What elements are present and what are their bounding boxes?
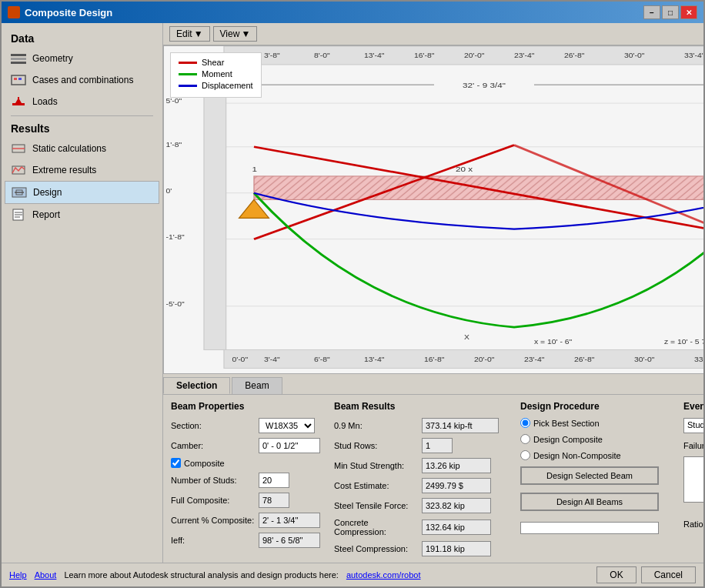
geometry-label: Geometry: [32, 53, 73, 64]
svg-rect-4: [14, 78, 17, 80]
steel-comp-input: [422, 541, 491, 556]
svg-marker-8: [15, 98, 22, 103]
steel-tensile-input: [422, 498, 491, 513]
design-all-beams-button[interactable]: Design All Beams: [520, 493, 659, 511]
stud-rows-input: [422, 438, 453, 453]
svg-rect-5: [18, 78, 22, 80]
composite-checkbox[interactable]: [171, 458, 181, 468]
ratio-label: Ratio:: [683, 520, 703, 529]
radio-composite-input[interactable]: [520, 434, 530, 444]
beam-results-title: Beam Results: [334, 401, 511, 412]
help-link[interactable]: Help: [9, 570, 27, 580]
displacement-label: Displacement: [202, 81, 253, 90]
svg-text:0': 0': [166, 187, 172, 195]
sidebar-item-loads[interactable]: Loads: [5, 91, 159, 112]
current-composite-label: Current % Composite:: [171, 516, 256, 525]
tab-beam[interactable]: Beam: [232, 377, 282, 394]
view-button[interactable]: View ▼: [213, 26, 258, 42]
stud-rows-label: Stud Rows:: [334, 441, 419, 450]
loads-icon: [11, 95, 26, 108]
svg-text:33'-4": 33'-4": [694, 356, 703, 363]
legend-shear: Shear: [179, 58, 253, 67]
mn-row: 0.9 Mn:: [334, 418, 511, 433]
status-bar: Help About Learn more about Autodesk str…: [2, 563, 703, 586]
tabs-bar: Selection Beam: [163, 374, 703, 395]
radio-pick-best-input[interactable]: [520, 418, 530, 428]
autodesk-link[interactable]: autodesk.com/robot: [346, 570, 421, 580]
svg-text:23'-4": 23'-4": [524, 356, 544, 363]
displacement-line: [179, 85, 197, 87]
ieff-row: Ieff:: [171, 533, 325, 548]
sidebar-item-extreme[interactable]: Extreme results: [5, 159, 159, 181]
failure-mode-title: Eventual Failure Mode:: [683, 401, 703, 412]
mn-input: [422, 418, 499, 433]
ieff-input: [259, 533, 320, 548]
design-procedure-group: Design Procedure Pick Best Section Desig…: [520, 401, 674, 556]
radio-noncomposite-label: Design Non-Composite: [533, 451, 621, 460]
mn-label: 0.9 Mn:: [334, 421, 419, 430]
geometry-icon: [11, 52, 26, 65]
svg-text:33'-4": 33'-4": [684, 52, 703, 59]
tab-selection[interactable]: Selection: [163, 377, 230, 394]
steel-comp-label: Steel Compression:: [334, 544, 419, 553]
section-select[interactable]: W18X35: [259, 418, 315, 433]
sidebar-item-static[interactable]: Static calculations: [5, 138, 159, 159]
diagram-area: Shear Moment Displacement: [163, 45, 703, 374]
sidebar-item-cases[interactable]: Cases and combinations: [5, 69, 159, 91]
cost-input: [422, 478, 491, 493]
section-label: Section:: [171, 421, 256, 430]
close-button[interactable]: ✕: [680, 5, 697, 19]
svg-text:X: X: [464, 333, 470, 341]
min-stud-input: [422, 458, 491, 473]
svg-text:16'-8": 16'-8": [414, 52, 434, 59]
sidebar-item-geometry[interactable]: Geometry: [5, 48, 159, 69]
steel-tensile-row: Steel Tensile Force:: [334, 498, 511, 513]
svg-text:23'-4": 23'-4": [514, 52, 534, 59]
cancel-button[interactable]: Cancel: [641, 566, 696, 583]
composite-row: Composite: [171, 458, 325, 468]
svg-text:1'-8": 1'-8": [166, 141, 182, 149]
edit-button[interactable]: Edit ▼: [169, 26, 210, 42]
window-title: Composite Design: [25, 7, 112, 18]
radio-noncomposite-input[interactable]: [520, 450, 530, 460]
beam-results-group: Beam Results 0.9 Mn: Stud Rows:: [334, 401, 511, 556]
composite-label: Composite: [184, 459, 225, 468]
bottom-section: Selection Beam Beam Properties Section:: [163, 374, 703, 563]
svg-text:6'-8": 6'-8": [314, 356, 330, 363]
extreme-label: Extreme results: [32, 165, 96, 175]
svg-text:3'-4": 3'-4": [264, 356, 280, 363]
svg-rect-0: [11, 54, 26, 56]
tab-selection-label: Selection: [176, 380, 217, 391]
camber-row: Camber:: [171, 438, 325, 453]
concrete-comp-label: Concrete Compression:: [334, 518, 419, 536]
maximize-button[interactable]: □: [662, 5, 679, 19]
shear-line: [179, 62, 197, 64]
svg-rect-30: [204, 65, 226, 350]
beam-props-title: Beam Properties: [171, 401, 325, 412]
legend-moment: Moment: [179, 69, 253, 79]
sidebar-item-design[interactable]: Design: [5, 181, 159, 204]
steel-tensile-label: Steel Tensile Force:: [334, 501, 419, 510]
svg-rect-6: [12, 103, 25, 105]
sidebar-item-report[interactable]: Report: [5, 204, 159, 226]
svg-text:z = 10' - 5 7/8": z = 10' - 5 7/8": [664, 338, 703, 346]
num-studs-row: Number of Studs:: [171, 473, 325, 488]
ieff-label: Ieff:: [171, 536, 256, 545]
num-studs-input[interactable]: [259, 473, 289, 488]
design-selected-label: Design Selected Beam: [546, 471, 633, 480]
concrete-comp-input: [422, 520, 491, 535]
report-label: Report: [32, 209, 60, 220]
divider-1: [11, 115, 153, 116]
camber-input[interactable]: [259, 438, 320, 453]
ok-button[interactable]: OK: [596, 566, 636, 583]
edit-label: Edit: [176, 28, 192, 39]
minimize-button[interactable]: −: [643, 5, 660, 19]
radio-design-composite: Design Composite: [520, 434, 674, 444]
about-link[interactable]: About: [35, 570, 57, 580]
svg-text:20'-0": 20'-0": [474, 356, 494, 363]
loads-label: Loads: [32, 96, 58, 107]
svg-text:20'-0": 20'-0": [464, 52, 484, 59]
design-selected-beam-button[interactable]: Design Selected Beam: [520, 466, 659, 485]
section-row: Section: W18X35: [171, 418, 325, 433]
cases-label: Cases and combinations: [32, 75, 133, 85]
